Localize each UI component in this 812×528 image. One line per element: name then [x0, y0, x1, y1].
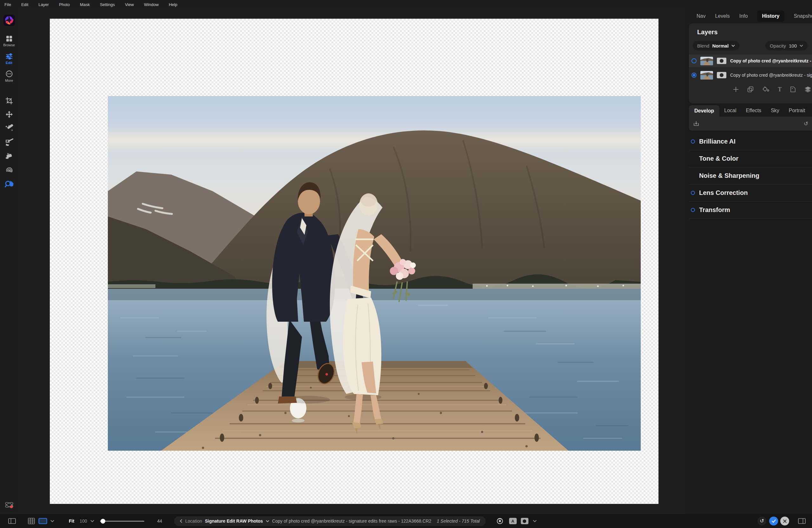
adjustment-sections: Brilliance AI Tone & Color Noise & Sharp…	[689, 133, 812, 219]
mode-browse[interactable]: Browse	[3, 35, 15, 47]
chevron-down-icon[interactable]	[533, 520, 537, 522]
layer-name: Copy of photo cred @ryanbreitkreutz - si…	[730, 73, 812, 78]
breadcrumb[interactable]: Location Signature Edit RAW Photos Copy …	[174, 516, 485, 526]
right-panel: Nav Levels Info History Snapshots Layers…	[685, 9, 812, 514]
tab-nav[interactable]: Nav	[697, 13, 706, 19]
single-view-icon[interactable]	[38, 518, 47, 524]
section-label: Transform	[699, 206, 730, 214]
tab-develop[interactable]: Develop	[689, 105, 720, 117]
extras-atom-icon[interactable]	[4, 500, 15, 510]
section-label: Noise & Sharpening	[699, 172, 759, 179]
panel-tab-bar: Nav Levels Info History Snapshots	[685, 9, 812, 24]
menu-file[interactable]: File	[4, 2, 11, 7]
layer-mask-icon[interactable]	[717, 72, 726, 78]
section-label: Tone & Color	[699, 155, 738, 162]
blend-select[interactable]: Blend Normal	[693, 41, 739, 50]
quick-preview-eye-icon[interactable]	[496, 517, 503, 525]
section-noise-sharpening[interactable]: Noise & Sharpening	[689, 167, 812, 184]
left-toolbar: Browse Edit More	[0, 9, 18, 514]
ai-eraser-icon[interactable]: AI	[5, 152, 13, 160]
thumbnail-size-slider[interactable]	[100, 521, 144, 522]
section-transform[interactable]: Transform	[689, 201, 812, 219]
menu-settings[interactable]: Settings	[100, 2, 115, 7]
breadcrumb-location-label: Location	[185, 518, 202, 524]
clone-stamp-icon[interactable]	[5, 166, 13, 174]
mode-more[interactable]: More	[5, 70, 13, 82]
duplicate-layer-icon[interactable]	[747, 86, 754, 92]
menu-photo[interactable]: Photo	[59, 2, 70, 7]
menu-window[interactable]: Window	[144, 2, 159, 7]
enhance-wand-icon[interactable]	[5, 124, 13, 133]
blend-opacity-row: Blend Normal Opacity 100	[693, 41, 808, 50]
fill-bucket-icon[interactable]	[762, 86, 769, 92]
canvas-area[interactable]	[18, 9, 685, 514]
blend-value: Normal	[712, 43, 728, 48]
mode-more-label: More	[5, 79, 13, 82]
menu-help[interactable]: Help	[169, 2, 177, 7]
tab-levels[interactable]: Levels	[715, 13, 729, 19]
tab-portrait[interactable]: Portrait	[784, 108, 810, 117]
section-label: Lens Correction	[699, 189, 748, 196]
menu-view[interactable]: View	[125, 2, 134, 7]
chevron-down-icon	[731, 45, 735, 47]
layer-stack-icon[interactable]	[804, 86, 811, 92]
layer-visibility-radio-icon[interactable]	[692, 73, 697, 78]
tab-snapshots[interactable]: Snapshots	[794, 13, 812, 19]
layer-actions-toolbar: T	[689, 86, 811, 92]
menu-mask[interactable]: Mask	[80, 2, 90, 7]
layer-visibility-radio-icon[interactable]	[692, 58, 697, 63]
selection-count: 1 Selected - 715 Total	[437, 518, 480, 524]
chevron-down-icon[interactable]	[266, 520, 269, 522]
text-layer-icon[interactable]: T	[778, 86, 782, 92]
layer-row[interactable]: Copy of photo cred @ryanbreitkreutz - si	[689, 55, 812, 67]
close-icon	[783, 519, 787, 523]
edit-sliders-icon	[6, 53, 13, 60]
crop-tool-icon[interactable]	[5, 97, 13, 105]
toggle-right-panel-icon[interactable]	[798, 518, 806, 524]
layer-list: Copy of photo cred @ryanbreitkreutz - si…	[689, 55, 812, 81]
tab-history[interactable]: History	[757, 11, 784, 22]
toggle-left-panel-icon[interactable]	[8, 518, 16, 524]
opacity-label: Opacity	[770, 43, 786, 48]
section-tone-color[interactable]: Tone & Color	[689, 150, 812, 167]
reset-history-icon[interactable]: ↺	[804, 120, 808, 127]
preset-download-icon[interactable]	[693, 121, 699, 126]
menu-layer[interactable]: Layer	[38, 2, 49, 7]
move-tool-icon[interactable]	[5, 110, 13, 118]
mask-badge-icon[interactable]	[521, 518, 528, 524]
apply-button[interactable]	[769, 517, 778, 526]
tab-info[interactable]: Info	[739, 13, 748, 19]
mode-edit[interactable]: Edit	[6, 53, 13, 65]
zoom-pan-icon[interactable]	[5, 180, 14, 188]
slider-knob[interactable]	[101, 519, 105, 524]
cancel-button[interactable]	[780, 517, 789, 526]
tab-local[interactable]: Local	[720, 108, 741, 117]
menu-edit[interactable]: Edit	[21, 2, 28, 7]
layers-title: Layers	[697, 29, 812, 36]
layer-row[interactable]: Copy of photo cred @ryanbreitkreutz - si…	[689, 69, 812, 81]
develop-subbar: ↺	[689, 117, 812, 131]
chevron-down-icon[interactable]	[90, 520, 94, 522]
adjustments-badge-icon[interactable]: A	[509, 518, 517, 524]
grid-view-icon[interactable]	[28, 518, 35, 524]
tab-sky[interactable]: Sky	[766, 108, 784, 117]
opacity-select[interactable]: Opacity 100	[765, 41, 808, 50]
note-icon[interactable]	[790, 86, 796, 92]
mode-edit-label: Edit	[6, 61, 12, 65]
edited-indicator-icon	[691, 191, 695, 195]
browse-grid-icon	[6, 35, 12, 42]
layer-mask-icon[interactable]	[717, 58, 726, 64]
section-brilliance-ai[interactable]: Brilliance AI	[689, 133, 812, 150]
add-layer-icon[interactable]	[733, 86, 739, 92]
zoom-level-value[interactable]: 100	[79, 518, 87, 524]
tab-effects[interactable]: Effects	[741, 108, 766, 117]
undo-icon: ↺	[760, 518, 764, 524]
undo-button[interactable]: ↺	[757, 517, 766, 526]
breadcrumb-folder[interactable]: Signature Edit RAW Photos	[205, 518, 263, 524]
mask-brush-icon[interactable]	[5, 138, 13, 146]
section-lens-correction[interactable]: Lens Correction	[689, 184, 812, 201]
back-chevron-icon[interactable]	[180, 519, 183, 523]
zoom-fit-button[interactable]: Fit	[69, 518, 74, 524]
photo-wedding-couple-dock[interactable]	[108, 96, 641, 451]
chevron-down-icon[interactable]	[50, 520, 54, 522]
